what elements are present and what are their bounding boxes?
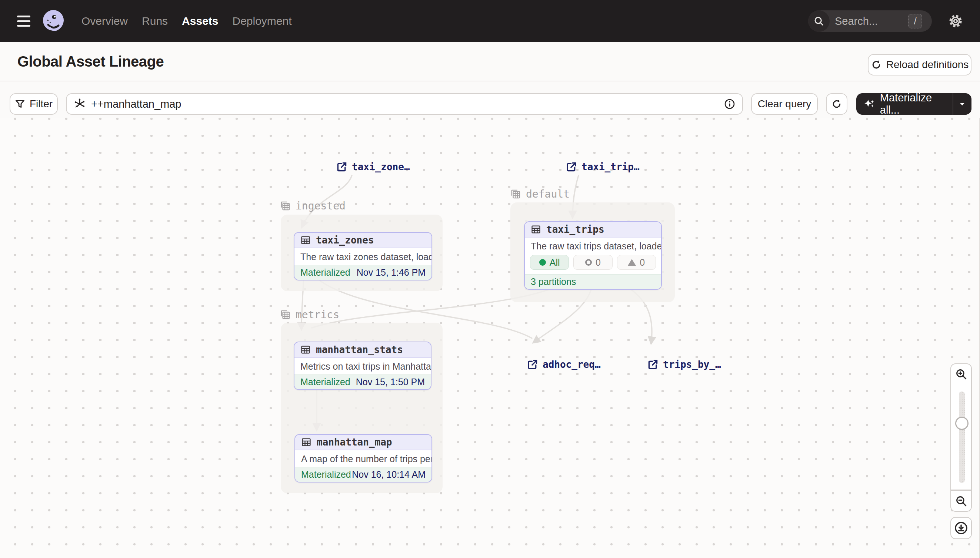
external-link-icon (647, 359, 659, 370)
external-node-trips-by[interactable]: trips_by_… (647, 359, 721, 370)
group-table-icon (511, 189, 522, 200)
nav-tab-assets[interactable]: Assets (182, 15, 218, 27)
nav-tab-overview[interactable]: Overview (81, 15, 128, 27)
table-icon (531, 224, 541, 235)
external-link-icon (336, 161, 348, 172)
chevron-down-icon (958, 100, 967, 108)
materialized-timestamp[interactable]: Nov 16, 10:14 AM (352, 469, 425, 480)
group-table-icon (280, 309, 291, 320)
external-node-adhoc-req[interactable]: adhoc_req… (527, 359, 601, 370)
partition-health-row: All 0 0 (525, 254, 661, 274)
top-nav-bar: Overview Runs Assets Deployment / (0, 0, 980, 42)
missing-ring-icon (585, 259, 592, 266)
zoom-slider-track[interactable] (959, 392, 965, 483)
group-table-icon (280, 200, 291, 212)
clear-query-button[interactable]: Clear query (751, 93, 818, 115)
search-input[interactable] (835, 15, 898, 27)
table-icon (300, 235, 311, 245)
warning-triangle-icon (628, 259, 636, 266)
materialized-status: Materialized (300, 377, 350, 387)
external-node-taxi-trip[interactable]: taxi_trip… (566, 161, 640, 172)
nav-tabs: Overview Runs Assets Deployment (81, 15, 292, 27)
table-icon (300, 345, 311, 355)
reload-definitions-button[interactable]: Reload definitions (868, 54, 972, 75)
asset-description: A map of the number of trips per taxi z.… (295, 450, 432, 467)
sparkle-icon (864, 97, 876, 111)
asset-node-manhattan-map[interactable]: manhattan_map A map of the number of tri… (295, 434, 432, 483)
dagster-logo-icon[interactable] (41, 8, 66, 34)
partitions-missing-badge[interactable]: 0 (573, 255, 612, 270)
lineage-edges (0, 118, 980, 558)
group-label-metrics[interactable]: metrics (280, 309, 339, 321)
asset-node-manhattan-stats[interactable]: manhattan_stats Metrics on taxi trips in… (294, 341, 432, 390)
external-link-icon (566, 161, 577, 172)
partitions-all-badge[interactable]: All (530, 255, 569, 270)
success-dot-icon (539, 259, 546, 266)
zoom-slider[interactable] (950, 384, 972, 490)
asset-query-input[interactable] (91, 98, 724, 110)
materialized-status: Materialized (301, 469, 351, 480)
asset-name: taxi_zones (316, 235, 374, 246)
table-icon (301, 437, 311, 447)
zoom-out-button[interactable] (950, 490, 972, 512)
group-label-default[interactable]: default (511, 188, 570, 200)
page-header: Global Asset Lineage Reload definitions … (0, 42, 980, 118)
refresh-graph-button[interactable] (826, 93, 847, 115)
asset-description: The raw taxi trips dataset, loaded into … (525, 238, 661, 254)
materialized-timestamp[interactable]: Nov 15, 1:46 PM (357, 267, 425, 278)
filter-funnel-icon (15, 99, 25, 109)
page-title: Global Asset Lineage (17, 53, 164, 70)
external-link-icon (527, 359, 538, 370)
asset-name: manhattan_map (317, 437, 392, 448)
nav-tab-deployment[interactable]: Deployment (232, 15, 292, 27)
refresh-icon (831, 98, 842, 110)
asset-name: taxi_trips (546, 224, 604, 235)
zoom-out-icon (955, 495, 967, 507)
lineage-graph-canvas[interactable]: ingested default metrics taxi_zone… taxi… (0, 118, 980, 558)
materialized-status: Materialized (300, 267, 350, 278)
asset-name: manhattan_stats (316, 344, 403, 355)
graph-query-icon (73, 98, 86, 110)
external-node-taxi-zone[interactable]: taxi_zone… (336, 161, 410, 172)
partitions-failed-badge[interactable]: 0 (617, 255, 656, 270)
reload-icon (871, 59, 882, 70)
asset-query-input-box[interactable] (66, 93, 743, 115)
asset-description: The raw taxi zones dataset, loaded int..… (295, 248, 432, 265)
zoom-slider-handle[interactable] (955, 417, 968, 430)
materialize-all-button[interactable]: Materialize all... (856, 93, 972, 115)
asset-node-taxi-trips[interactable]: taxi_trips The raw taxi trips dataset, l… (524, 221, 662, 290)
search-shortcut-badge: / (908, 14, 922, 28)
nav-tab-runs[interactable]: Runs (142, 15, 168, 27)
global-search[interactable]: / (808, 10, 932, 32)
asset-description: Metrics on taxi trips in Manhattan (295, 358, 431, 374)
group-label-ingested[interactable]: ingested (280, 200, 346, 212)
hamburger-menu-icon[interactable] (17, 16, 30, 27)
header-divider (0, 80, 980, 81)
materialized-timestamp[interactable]: Nov 15, 1:50 PM (356, 377, 425, 387)
partitions-count[interactable]: 3 partitions (531, 276, 576, 287)
download-image-button[interactable] (950, 517, 972, 539)
info-icon[interactable] (724, 98, 736, 110)
download-icon (954, 521, 968, 535)
filter-button[interactable]: Filter (10, 93, 58, 115)
asset-node-taxi-zones[interactable]: taxi_zones The raw taxi zones dataset, l… (294, 232, 432, 281)
zoom-in-icon (955, 368, 967, 381)
gear-icon[interactable] (948, 14, 963, 28)
zoom-in-button[interactable] (950, 363, 972, 385)
materialize-dropdown-caret[interactable] (953, 100, 972, 108)
search-icon (808, 10, 830, 32)
